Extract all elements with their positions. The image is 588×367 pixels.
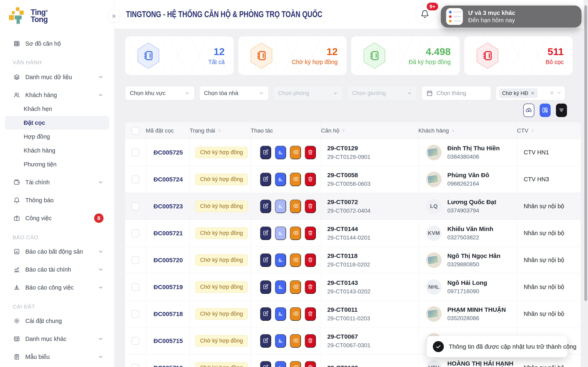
delete-button[interactable] <box>305 280 316 294</box>
cancel-deposit-button[interactable] <box>290 361 301 367</box>
delete-button[interactable] <box>305 307 316 321</box>
sidebar-item[interactable]: Sơ đồ căn hộ <box>5 37 109 50</box>
column-header[interactable]: Khách hàng <box>418 127 449 134</box>
clear-icon[interactable] <box>549 90 554 96</box>
sign-contract-button[interactable] <box>275 226 286 240</box>
delete-button[interactable] <box>305 334 316 348</box>
customer-name: Lương Quốc Đạt <box>447 199 496 206</box>
sign-contract-button[interactable] <box>275 334 286 348</box>
sidebar-item[interactable]: Báo cáo tài chính <box>5 263 109 276</box>
sidebar-subitem[interactable]: Phương tiện <box>5 157 109 171</box>
sidebar-collapse-button[interactable] <box>108 10 120 22</box>
apartment-code: 29-CT0067 <box>327 333 358 340</box>
sidebar-item[interactable]: Mẫu biểu <box>5 350 109 364</box>
sign-contract-button[interactable] <box>275 173 286 186</box>
row-checkbox[interactable] <box>131 175 139 183</box>
edit-button[interactable] <box>260 146 271 159</box>
column-header[interactable]: Mã đặt cọc <box>146 127 174 134</box>
delete-button[interactable] <box>305 253 316 267</box>
sidebar-subitem[interactable]: Khách hẹn <box>5 102 109 116</box>
sidebar-item[interactable]: Thông báo <box>5 193 109 207</box>
notification-bell-button[interactable]: 9+ <box>415 4 435 24</box>
sign-contract-button[interactable] <box>275 146 286 159</box>
filter-select[interactable]: Chọn tháng <box>422 86 491 100</box>
stat-card[interactable]: 12Chờ ký hợp đồng <box>238 36 347 75</box>
sign-contract-button[interactable] <box>275 253 286 267</box>
row-checkbox[interactable] <box>131 283 139 291</box>
sort-icon[interactable] <box>217 128 222 133</box>
cancel-deposit-button[interactable] <box>290 253 301 267</box>
select-all-checkbox[interactable] <box>131 127 139 134</box>
delete-button[interactable] <box>305 361 316 367</box>
filter-select[interactable]: Chọn tòa nhà <box>199 86 269 100</box>
cancel-deposit-button[interactable] <box>290 226 301 240</box>
sort-icon[interactable] <box>341 128 346 133</box>
filter-lines-button[interactable] <box>556 104 567 117</box>
signature-icon <box>277 230 284 236</box>
stat-card[interactable]: 511Bỏ cọc <box>464 36 573 75</box>
sidebar-item[interactable]: Tài chính <box>5 175 109 189</box>
row-checkbox[interactable] <box>131 256 139 264</box>
sort-icon[interactable] <box>451 128 455 133</box>
row-checkbox[interactable] <box>131 149 139 156</box>
delete-button[interactable] <box>305 146 316 159</box>
edit-button[interactable] <box>260 334 271 348</box>
column-header[interactable]: Trạng thái <box>190 127 215 134</box>
sidebar-item[interactable]: Báo cáo bất động sản <box>5 245 109 259</box>
reminder-toast[interactable]: Ư và 3 mục khác Đến hạn hôm nay <box>441 6 581 27</box>
scrollbar-track[interactable] <box>584 0 588 367</box>
status-filter-tag[interactable]: Chờ ký HĐ <box>499 88 537 98</box>
table-row: ĐC005724Chờ ký hợp đồng29-CT005829-CT005… <box>125 166 581 193</box>
cloud-download-button[interactable] <box>523 104 534 117</box>
sidebar-item[interactable]: Danh mục dữ liệu <box>5 70 109 84</box>
delete-button[interactable] <box>305 173 316 186</box>
scrollbar-thumb[interactable] <box>584 5 587 301</box>
sidebar-item[interactable]: Khách hàng <box>5 88 109 102</box>
filter-select[interactable]: Chọn khu vực <box>125 86 195 100</box>
cancel-deposit-button[interactable] <box>290 334 301 348</box>
column-header[interactable]: Căn hộ <box>321 127 339 134</box>
sidebar-item[interactable]: Danh mục khác <box>5 332 109 346</box>
sidebar-item[interactable]: Báo cáo công việc <box>5 281 109 294</box>
sort-icon[interactable] <box>530 128 535 133</box>
delete-button[interactable] <box>305 226 316 240</box>
column-header[interactable]: Thao tác <box>251 127 273 134</box>
delete-button[interactable] <box>305 200 316 213</box>
cancel-deposit-button[interactable] <box>290 307 301 321</box>
columns-gear-button[interactable] <box>540 104 551 117</box>
cancel-deposit-button[interactable] <box>290 173 301 186</box>
edit-button[interactable] <box>260 226 271 240</box>
edit-button[interactable] <box>260 307 271 321</box>
edit-button[interactable] <box>260 361 271 367</box>
sidebar-subitem[interactable]: Đặt cọc <box>5 116 109 130</box>
cancel-deposit-button[interactable] <box>290 200 301 213</box>
sidebar-item[interactable]: Cài đặt chung <box>5 314 109 328</box>
edit-button[interactable] <box>260 173 271 186</box>
column-header[interactable]: CTV <box>517 127 528 134</box>
sidebar-subitem[interactable]: Khách hàng <box>5 143 109 157</box>
edit-button[interactable] <box>260 280 271 294</box>
row-checkbox[interactable] <box>131 229 139 237</box>
status-filter-select[interactable]: Chờ ký HĐ <box>496 86 565 100</box>
row-checkbox[interactable] <box>131 364 139 367</box>
reminder-toast-title: Ư và 3 mục khác <box>468 9 515 17</box>
sign-contract-button[interactable] <box>275 307 286 321</box>
edit-button[interactable] <box>260 253 271 267</box>
sign-contract-button[interactable] <box>275 280 286 294</box>
row-checkbox[interactable] <box>131 337 139 345</box>
apartment-room-code: 29-CT0072-0404 <box>327 208 371 214</box>
row-checkbox[interactable] <box>131 310 139 318</box>
stat-card[interactable]: 12Tất cả <box>125 36 234 75</box>
stat-card[interactable]: 4.498Đã ký hợp đồng <box>351 36 460 75</box>
cancel-deposit-button[interactable] <box>290 280 301 294</box>
sign-contract-button[interactable] <box>275 200 286 213</box>
sign-contract-button[interactable] <box>275 361 286 367</box>
backspace-icon <box>292 364 298 367</box>
apartment-room-code: 29-CT0118-0202 <box>327 261 370 268</box>
cancel-deposit-button[interactable] <box>290 146 301 159</box>
sidebar-subitem[interactable]: Hợp đồng <box>5 130 109 143</box>
edit-button[interactable] <box>260 200 271 213</box>
sidebar-item[interactable]: Công việc8 <box>5 211 109 225</box>
sidebar-item-label: Báo cáo tài chính <box>25 266 71 273</box>
row-checkbox[interactable] <box>131 202 139 210</box>
